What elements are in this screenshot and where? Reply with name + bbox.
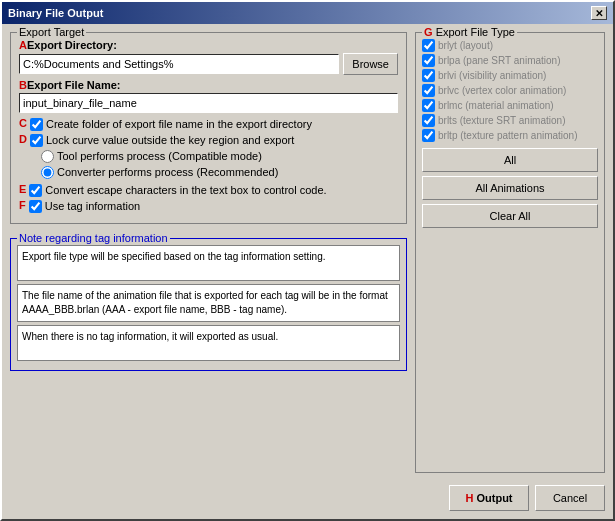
checkbox-brlvc[interactable]: [422, 84, 435, 97]
section-e-letter: E: [19, 183, 26, 195]
note-box-1: Export file type will be specified based…: [17, 245, 400, 281]
right-panel: G Export File Type brlyt (layout) brlpa …: [415, 32, 605, 473]
output-letter: H: [465, 492, 473, 504]
label-brlyt: brlyt (layout): [438, 40, 493, 51]
radio-compatible[interactable]: [41, 150, 54, 163]
section-c-label: Create folder of export file name in the…: [46, 117, 312, 131]
section-c: C Create folder of export file name in t…: [19, 117, 398, 131]
checkbox-brlvi[interactable]: [422, 69, 435, 82]
note-text-3: When there is no tag information, it wil…: [22, 331, 278, 342]
note-box-2: The file name of the animation file that…: [17, 284, 400, 322]
section-e: E Convert escape characters in the text …: [19, 183, 398, 197]
export-directory-input[interactable]: [19, 54, 339, 74]
section-f-label: Use tag information: [45, 199, 140, 213]
radio-row-1: Tool performs process (Compatible mode): [41, 149, 398, 163]
note-group: Note regarding tag information Export fi…: [10, 238, 407, 371]
checkbox-brlyt[interactable]: [422, 39, 435, 52]
all-button[interactable]: All: [422, 148, 598, 172]
section-b: BExport File Name:: [19, 79, 398, 113]
checkbox-brlts[interactable]: [422, 114, 435, 127]
section-d-row: D Lock curve value outside the key regio…: [19, 133, 398, 147]
section-c-checkbox[interactable]: [30, 118, 43, 131]
section-e-checkbox[interactable]: [29, 184, 42, 197]
section-e-label: Convert escape characters in the text bo…: [45, 183, 326, 197]
export-target-group: Export Target AExport Directory: Browse …: [10, 32, 407, 224]
close-button[interactable]: ✕: [591, 6, 607, 20]
export-type-letter: G: [424, 26, 433, 38]
radio-compatible-label: Tool performs process (Compatible mode): [57, 149, 262, 163]
checkbox-brltp[interactable]: [422, 129, 435, 142]
section-a-label: AExport Directory:: [19, 39, 398, 51]
file-type-brlpa: brlpa (pane SRT animation): [422, 54, 598, 67]
clear-all-button[interactable]: Clear All: [422, 204, 598, 228]
label-brlvi: brlvi (visibility animation): [438, 70, 546, 81]
file-type-list: brlyt (layout) brlpa (pane SRT animation…: [422, 39, 598, 142]
file-type-brltp: brltp (texture pattern animation): [422, 129, 598, 142]
note-text-2: The file name of the animation file that…: [22, 290, 388, 315]
right-buttons: All All Animations Clear All: [422, 148, 598, 228]
file-type-brlvc: brlvc (vertex color animation): [422, 84, 598, 97]
main-content: Export Target AExport Directory: Browse …: [2, 24, 613, 481]
output-label: Output: [476, 492, 512, 504]
export-type-text: Export File Type: [436, 26, 515, 38]
window: Binary File Output ✕ Export Target AExpo…: [0, 0, 615, 521]
section-f: F Use tag information: [19, 199, 398, 213]
directory-row: Browse: [19, 53, 398, 75]
section-d: D Lock curve value outside the key regio…: [19, 133, 398, 179]
section-a: AExport Directory: Browse: [19, 39, 398, 75]
window-title: Binary File Output: [8, 7, 103, 19]
label-brlvc: brlvc (vertex color animation): [438, 85, 566, 96]
radio-group: Tool performs process (Compatible mode) …: [41, 149, 398, 179]
file-type-brlyt: brlyt (layout): [422, 39, 598, 52]
section-a-letter: A: [19, 39, 27, 51]
section-f-letter: F: [19, 199, 26, 211]
label-brlpa: brlpa (pane SRT animation): [438, 55, 560, 66]
checkbox-brlpa[interactable]: [422, 54, 435, 67]
cancel-button[interactable]: Cancel: [535, 485, 605, 511]
file-type-brlvi: brlvi (visibility animation): [422, 69, 598, 82]
note-text-1: Export file type will be specified based…: [22, 251, 326, 262]
radio-recommended-label: Converter performs process (Recommended): [57, 165, 278, 179]
section-b-text: Export File Name:: [27, 79, 121, 91]
bottom-buttons: H Output Cancel: [2, 481, 613, 519]
label-brlmc: brlmc (material animation): [438, 100, 554, 111]
section-d-letter: D: [19, 133, 27, 145]
output-button[interactable]: H Output: [449, 485, 529, 511]
export-target-label: Export Target: [17, 26, 86, 38]
section-d-label: Lock curve value outside the key region …: [46, 133, 294, 147]
radio-recommended[interactable]: [41, 166, 54, 179]
label-brltp: brltp (texture pattern animation): [438, 130, 578, 141]
browse-button[interactable]: Browse: [343, 53, 398, 75]
export-filename-input[interactable]: [19, 93, 398, 113]
left-panel: Export Target AExport Directory: Browse …: [10, 32, 407, 473]
titlebar: Binary File Output ✕: [2, 2, 613, 24]
section-b-label: BExport File Name:: [19, 79, 398, 91]
note-box-3: When there is no tag information, it wil…: [17, 325, 400, 361]
section-d-checkbox[interactable]: [30, 134, 43, 147]
section-a-text: Export Directory:: [27, 39, 117, 51]
all-animations-button[interactable]: All Animations: [422, 176, 598, 200]
section-b-letter: B: [19, 79, 27, 91]
export-file-type-label: G Export File Type: [422, 26, 517, 38]
radio-row-2: Converter performs process (Recommended): [41, 165, 398, 179]
section-c-letter: C: [19, 117, 27, 129]
note-group-label: Note regarding tag information: [17, 232, 170, 244]
checkbox-brlmc[interactable]: [422, 99, 435, 112]
file-type-brlmc: brlmc (material animation): [422, 99, 598, 112]
section-f-checkbox[interactable]: [29, 200, 42, 213]
file-type-brlts: brlts (texture SRT animation): [422, 114, 598, 127]
label-brlts: brlts (texture SRT animation): [438, 115, 565, 126]
export-file-type-group: G Export File Type brlyt (layout) brlpa …: [415, 32, 605, 473]
